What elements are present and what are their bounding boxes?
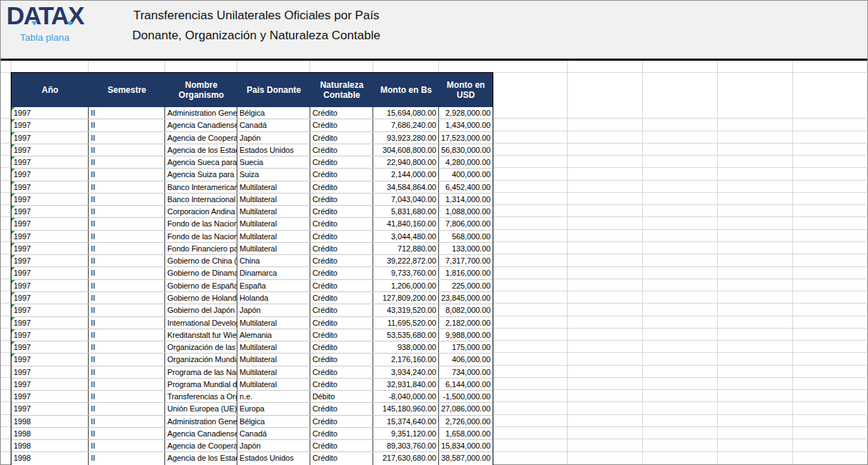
cell-monto-usd[interactable]: 1,434,000.00 bbox=[439, 119, 493, 131]
cell-monto-usd[interactable]: 225,000.00 bbox=[439, 280, 493, 291]
cell-pais-donante[interactable]: España bbox=[237, 280, 310, 291]
cell-nombre-organismo[interactable]: Fondo de las Nacione bbox=[165, 231, 237, 242]
cell-nombre-organismo[interactable]: Banco Interamericano bbox=[165, 181, 237, 193]
cell-monto-usd[interactable]: 1,314,000.00 bbox=[439, 194, 493, 205]
cell-monto-bs[interactable]: -8,040,000.00 bbox=[373, 391, 439, 402]
cell-naturaleza-contable[interactable]: Crédito bbox=[310, 341, 373, 353]
cell-naturaleza-contable[interactable]: Crédito bbox=[310, 231, 373, 242]
cell-monto-bs[interactable]: 41,840,160.00 bbox=[373, 218, 439, 229]
cell-monto-usd[interactable]: 56,830,000.00 bbox=[439, 144, 493, 156]
cell-monto-bs[interactable]: 127,809,200.00 bbox=[373, 292, 439, 304]
cell-monto-usd[interactable]: 7,317,700.00 bbox=[439, 255, 493, 266]
cell-semestre[interactable]: II bbox=[89, 231, 165, 242]
cell-ano[interactable]: 1997 bbox=[11, 379, 89, 390]
cell-pais-donante[interactable]: Holanda bbox=[237, 292, 310, 304]
cell-pais-donante[interactable]: Dinamarca bbox=[237, 267, 310, 279]
cell-semestre[interactable]: II bbox=[89, 169, 165, 180]
cell-monto-bs[interactable]: 32,931,840.00 bbox=[373, 379, 439, 390]
cell-nombre-organismo[interactable]: Agencia Canadiense bbox=[165, 428, 237, 439]
cell-ano[interactable]: 1997 bbox=[11, 194, 89, 205]
cell-ano[interactable]: 1997 bbox=[11, 156, 89, 168]
cell-ano[interactable]: 1997 bbox=[11, 317, 89, 329]
cell-naturaleza-contable[interactable]: Crédito bbox=[310, 194, 373, 205]
cell-ano[interactable]: 1997 bbox=[11, 119, 89, 131]
cell-naturaleza-contable[interactable]: Crédito bbox=[310, 255, 373, 266]
cell-pais-donante[interactable]: Japón bbox=[237, 440, 310, 451]
cell-semestre[interactable]: II bbox=[89, 181, 165, 193]
cell-monto-usd[interactable]: 38,587,000.00 bbox=[439, 452, 493, 464]
cell-naturaleza-contable[interactable]: Crédito bbox=[310, 440, 373, 451]
cell-semestre[interactable]: II bbox=[89, 366, 165, 378]
cell-pais-donante[interactable]: Japón bbox=[237, 304, 310, 316]
cell-semestre[interactable]: II bbox=[89, 354, 165, 365]
cell-ano[interactable]: 1997 bbox=[11, 329, 89, 341]
header-cell-semestre[interactable]: Semestre bbox=[89, 73, 165, 107]
cell-pais-donante[interactable]: Multilateral bbox=[237, 379, 310, 390]
cell-naturaleza-contable[interactable]: Crédito bbox=[310, 366, 373, 378]
cell-naturaleza-contable[interactable]: Crédito bbox=[310, 267, 373, 279]
cell-ano[interactable]: 1997 bbox=[11, 304, 89, 316]
cell-pais-donante[interactable]: Multilateral bbox=[237, 206, 310, 217]
header-cell-ano[interactable]: Año bbox=[11, 73, 89, 107]
cell-pais-donante[interactable]: Multilateral bbox=[237, 218, 310, 229]
header-cell-nombre-organismo[interactable]: Nombre Organismo bbox=[165, 73, 237, 107]
cell-monto-bs[interactable]: 2,144,000.00 bbox=[373, 169, 439, 180]
cell-semestre[interactable]: II bbox=[89, 341, 165, 353]
cell-semestre[interactable]: II bbox=[89, 292, 165, 304]
cell-semestre[interactable]: II bbox=[89, 379, 165, 390]
cell-monto-usd[interactable]: 8,082,000.00 bbox=[439, 304, 493, 316]
cell-nombre-organismo[interactable]: Kreditanstalt fur Wied bbox=[165, 329, 237, 341]
cell-semestre[interactable]: II bbox=[89, 206, 165, 217]
cell-nombre-organismo[interactable]: Programa de las Nac bbox=[165, 366, 237, 378]
cell-monto-usd[interactable]: 1,658,000.00 bbox=[439, 428, 493, 439]
cell-pais-donante[interactable]: Multilateral bbox=[237, 366, 310, 378]
cell-naturaleza-contable[interactable]: Crédito bbox=[310, 452, 373, 464]
cell-semestre[interactable]: II bbox=[89, 403, 165, 414]
cell-monto-bs[interactable]: 3,044,480.00 bbox=[373, 231, 439, 242]
cell-monto-bs[interactable]: 53,535,680.00 bbox=[373, 329, 439, 341]
cell-monto-bs[interactable]: 304,608,800.00 bbox=[373, 144, 439, 156]
cell-monto-bs[interactable]: 1,206,000.00 bbox=[373, 280, 439, 291]
cell-monto-usd[interactable]: 400,000.00 bbox=[439, 169, 493, 180]
cell-ano[interactable]: 1998 bbox=[11, 428, 89, 439]
cell-semestre[interactable]: II bbox=[89, 194, 165, 205]
cell-monto-bs[interactable]: 7,686,240.00 bbox=[373, 119, 439, 131]
cell-nombre-organismo[interactable]: Administration Gener bbox=[165, 416, 237, 427]
cell-ano[interactable]: 1998 bbox=[11, 416, 89, 427]
header-cell-monto-bs[interactable]: Monto en Bs bbox=[373, 73, 439, 107]
cell-monto-usd[interactable]: 6,452,400.00 bbox=[439, 181, 493, 193]
cell-ano[interactable]: 1997 bbox=[11, 280, 89, 291]
cell-nombre-organismo[interactable]: Agencia de los Estad bbox=[165, 452, 237, 464]
cell-nombre-organismo[interactable]: Agencia de Cooperac bbox=[165, 132, 237, 144]
cell-nombre-organismo[interactable]: Gobierno del Japón (J bbox=[165, 304, 237, 316]
cell-monto-bs[interactable]: 15,374,640.00 bbox=[373, 416, 439, 427]
header-cell-monto-usd[interactable]: Monto en USD bbox=[439, 73, 493, 107]
cell-naturaleza-contable[interactable]: Crédito bbox=[310, 218, 373, 229]
cell-ano[interactable]: 1997 bbox=[11, 181, 89, 193]
cell-pais-donante[interactable]: China bbox=[237, 255, 310, 266]
cell-monto-bs[interactable]: 3,934,240.00 bbox=[373, 366, 439, 378]
cell-pais-donante[interactable]: Europa bbox=[237, 403, 310, 414]
cell-semestre[interactable]: II bbox=[89, 144, 165, 156]
cell-semestre[interactable]: II bbox=[89, 156, 165, 168]
cell-monto-usd[interactable]: 133,000.00 bbox=[439, 243, 493, 254]
cell-monto-usd[interactable]: 406,000.00 bbox=[439, 354, 493, 365]
cell-monto-usd[interactable]: 734,000.00 bbox=[439, 366, 493, 378]
cell-semestre[interactable]: II bbox=[89, 132, 165, 144]
cell-nombre-organismo[interactable]: Agencia de Cooperac bbox=[165, 440, 237, 451]
cell-nombre-organismo[interactable]: Fondo Financiero par bbox=[165, 243, 237, 254]
cell-pais-donante[interactable]: Suecia bbox=[237, 156, 310, 168]
cell-semestre[interactable]: II bbox=[89, 329, 165, 341]
cell-monto-usd[interactable]: 7,806,000.00 bbox=[439, 218, 493, 229]
cell-monto-usd[interactable]: 1,816,000.00 bbox=[439, 267, 493, 279]
cell-monto-usd[interactable]: 568,000.00 bbox=[439, 231, 493, 242]
cell-naturaleza-contable[interactable]: Crédito bbox=[310, 107, 373, 119]
cell-monto-bs[interactable]: 15,694,080.00 bbox=[373, 107, 439, 119]
cell-monto-usd[interactable]: 6,144,000.00 bbox=[439, 379, 493, 390]
cell-monto-usd[interactable]: 17,523,000.00 bbox=[439, 132, 493, 144]
cell-pais-donante[interactable]: Japón bbox=[237, 132, 310, 144]
cell-pais-donante[interactable]: Multilateral bbox=[237, 354, 310, 365]
cell-monto-bs[interactable]: 9,733,760.00 bbox=[373, 267, 439, 279]
cell-pais-donante[interactable]: Bélgica bbox=[237, 107, 310, 119]
cell-ano[interactable]: 1998 bbox=[11, 452, 89, 464]
